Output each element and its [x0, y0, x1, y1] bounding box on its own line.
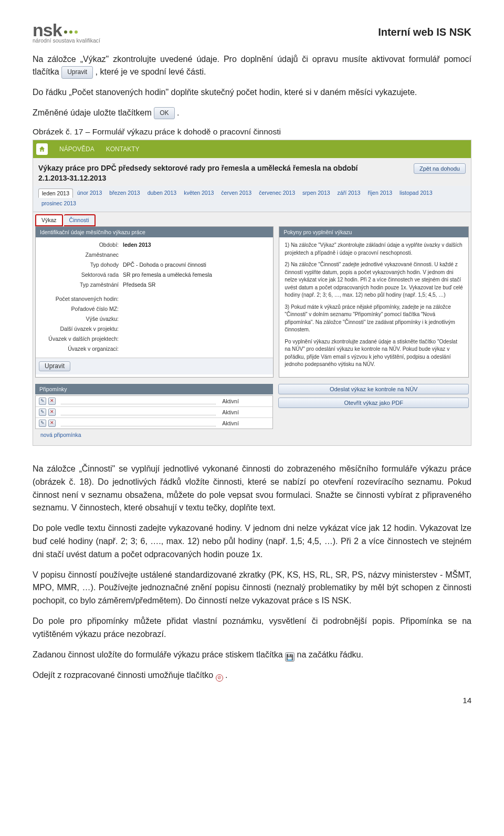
- delete-icon[interactable]: ✕: [48, 409, 56, 416]
- sub-tabs: Výkaz Činnosti: [33, 212, 471, 226]
- send-button[interactable]: Odeslat výkaz ke kontrole na NÚV: [278, 384, 469, 394]
- form-panel: Identifikační údaje měsíčního výkazu prá…: [35, 226, 274, 378]
- body-paragraph-3: V popisu činností používejte ustálené st…: [33, 569, 471, 608]
- body-paragraph-1: Na záložce „Činnosti" se vyplňují jednot…: [33, 463, 471, 515]
- label-typ-dohody: Typ dohody: [39, 262, 123, 268]
- figure-caption: Obrázek č. 17 – Formulář výkazu práce k …: [33, 127, 471, 137]
- cancel-icon[interactable]: ⊘: [216, 674, 223, 682]
- month-tab[interactable]: srpen 2013: [299, 189, 333, 198]
- pripominka-status: Aktivní: [222, 409, 269, 415]
- label-poradove-cislo: Pořadové číslo MZ:: [39, 306, 123, 312]
- delete-icon[interactable]: ✕: [48, 398, 56, 405]
- label-pocet-hodin: Počet stanovených hodin:: [39, 296, 123, 302]
- home-icon[interactable]: [36, 143, 48, 155]
- instructions-panel: Pokyny pro vyplnění výkazu 1) Na záložce…: [279, 226, 469, 378]
- month-tab[interactable]: červen 2013: [218, 189, 255, 198]
- tab-cinnosti[interactable]: Činnosti: [64, 214, 96, 226]
- page-header-title: Interní web IS NSK: [378, 26, 471, 38]
- instruction-1: 1) Na záložce "Výkaz" zkontrolujte zákla…: [285, 242, 463, 257]
- upravit-inline-button[interactable]: Upravit: [61, 66, 93, 79]
- month-tab[interactable]: červenec 2013: [256, 189, 298, 198]
- intro-paragraph-2: Do řádku „Počet stanovených hodin" doplň…: [33, 86, 471, 99]
- label-typ-zamestnani: Typ zaměstnání: [39, 281, 123, 288]
- ok-inline-button[interactable]: OK: [154, 107, 174, 120]
- pdf-button[interactable]: Otevřít výkaz jako PDF: [278, 398, 469, 408]
- nav-napoveda[interactable]: NÁPOVĚDA: [59, 145, 94, 153]
- pripominky-list: ✎ ✕ Aktivní ✎ ✕ Aktivní ✎: [35, 395, 273, 429]
- pripominka-row: ✎ ✕ Aktivní: [36, 396, 272, 407]
- save-icon[interactable]: ✎: [39, 398, 46, 405]
- pripominka-status: Aktivní: [222, 420, 269, 426]
- logo-text: nsk: [33, 21, 62, 39]
- logo-subtitle: národní soustava kvalifikací: [33, 38, 100, 44]
- pripominka-row: ✎ ✕ Aktivní: [36, 407, 272, 418]
- instructions-header: Pokyny pro vyplnění výkazu: [279, 227, 468, 237]
- report-title: Výkazy práce pro DPČ předsedy sektorové …: [38, 163, 364, 183]
- month-tab[interactable]: září 2013: [334, 189, 364, 198]
- pripominky-header: Připomínky: [35, 384, 273, 394]
- month-tab[interactable]: listopad 2013: [396, 189, 435, 198]
- value-typ-zamestnani: Předseda SR: [123, 281, 270, 288]
- label-vyse-uvazku: Výše úvazku:: [39, 316, 123, 322]
- month-tabs: leden 2013 únor 2013 březen 2013 duben 2…: [33, 186, 471, 212]
- intro-paragraph-1: Na záložce „Výkaz" zkontrolujte uvedené …: [33, 53, 471, 79]
- month-tab[interactable]: únor 2013: [74, 189, 105, 198]
- form-panel-header: Identifikační údaje měsíčního výkazu prá…: [36, 227, 273, 237]
- body-paragraph-2: Do pole vedle textu činnosti zadejte vyk…: [33, 522, 471, 561]
- month-tab[interactable]: březen 2013: [106, 189, 143, 198]
- intro-paragraph-3: Změněné údaje uložte tlačítkem OK .: [33, 107, 471, 120]
- tab-vykaz[interactable]: Výkaz: [35, 214, 63, 226]
- new-pripominka-link[interactable]: nová připomínka: [35, 429, 273, 442]
- delete-icon[interactable]: ✕: [48, 420, 56, 427]
- month-tab[interactable]: duben 2013: [144, 189, 180, 198]
- instruction-3: 3) Pokud máte k výkazů práce nějaké přip…: [285, 304, 463, 334]
- page-number: 14: [33, 696, 471, 705]
- value-sektorova-rada: SR pro řemesla a umělecká řemesla: [123, 271, 270, 278]
- pripominka-row: ✎ ✕ Aktivní: [36, 418, 272, 429]
- value-obdobi: leden 2013: [123, 242, 151, 248]
- nav-kontakty[interactable]: KONTAKTY: [106, 145, 140, 153]
- month-tab[interactable]: prosinec 2013: [38, 199, 79, 207]
- label-obdobi: Období:: [39, 242, 123, 248]
- floppy-icon[interactable]: 💾: [285, 652, 295, 662]
- pripominka-status: Aktivní: [222, 398, 269, 404]
- logo: nsk národní soustava kvalifikací: [33, 21, 100, 44]
- save-icon[interactable]: ✎: [39, 409, 46, 416]
- save-icon[interactable]: ✎: [39, 420, 46, 427]
- back-button[interactable]: Zpět na dohodu: [414, 163, 466, 174]
- label-sektorova-rada: Sektorová rada: [39, 271, 123, 278]
- body-paragraph-5: Zadanou činnost uložíte do formuláře výk…: [33, 649, 471, 662]
- nav-bar: NÁPOVĚDA KONTAKTY: [33, 140, 471, 158]
- month-tab[interactable]: říjen 2013: [364, 189, 395, 198]
- month-tab[interactable]: květen 2013: [181, 189, 217, 198]
- body-paragraph-6: Odejít z rozpracované činnosti umožňuje …: [33, 669, 471, 682]
- upravit-button[interactable]: Upravit: [39, 361, 70, 371]
- body-paragraph-4: Do pole pro připomínky můžete přidat vla…: [33, 615, 471, 641]
- month-tab-active[interactable]: leden 2013: [38, 189, 73, 198]
- instruction-2: 2) Na záložce "Činnosti" zadejte jednotl…: [285, 261, 463, 299]
- label-zamestnanec: Zaměstnanec: [39, 252, 123, 258]
- label-uvazek-organizace: Úvazek v organizaci:: [39, 346, 123, 352]
- app-screenshot: NÁPOVĚDA KONTAKTY Výkazy práce pro DPČ p…: [33, 140, 471, 446]
- value-typ-dohody: DPČ - Dohoda o pracovní činnosti: [123, 262, 270, 268]
- instruction-4: Po vyplnění výkazu zkontrolujte zadané ú…: [285, 338, 463, 369]
- label-uvazek-projekty: Úvazek v dalších projektech:: [39, 336, 123, 342]
- label-dalsi-uvazek: Další úvazek v projektu:: [39, 326, 123, 332]
